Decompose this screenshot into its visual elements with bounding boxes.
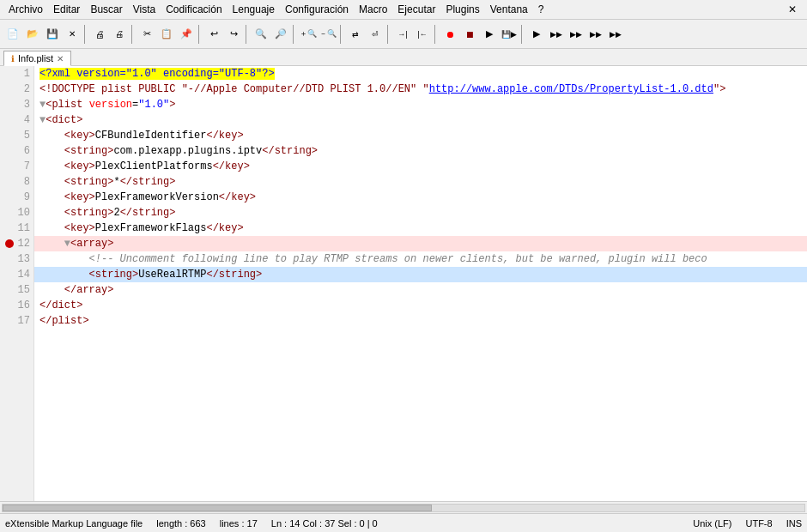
toolbar-zoom-out[interactable]: －🔍 xyxy=(319,25,337,44)
line-num-16: 16 xyxy=(3,298,30,313)
code-line-2[interactable]: <!DOCTYPE plist PUBLIC "-//Apple Compute… xyxy=(34,82,807,97)
line-num-3: 3 xyxy=(3,97,30,112)
line-num-12: 12 xyxy=(3,236,30,251)
file-lines: lines : 17 xyxy=(220,518,258,529)
toolbar-print2[interactable]: 🖨 xyxy=(110,25,129,44)
toolbar-new[interactable]: 📄 xyxy=(3,25,22,44)
code-line-17[interactable]: </plist> xyxy=(34,313,807,329)
toolbar-find[interactable]: 🔍 xyxy=(252,25,270,44)
toolbar-indent[interactable]: →| xyxy=(393,25,412,44)
gutter: 1 2 3 4 5 6 7 8 9 10 11 12 13 14 15 16 1… xyxy=(0,66,34,501)
toolbar-run5[interactable]: ▶▶ xyxy=(606,25,625,44)
toolbar-run[interactable]: ▶ xyxy=(527,25,546,44)
line-num-2: 2 xyxy=(3,82,30,97)
toolbar-close[interactable]: ✕ xyxy=(63,25,82,44)
statusbar: eXtensible Markup Language file length :… xyxy=(0,513,807,532)
ins-mode: INS xyxy=(786,518,802,529)
menu-lenguaje[interactable]: Lenguaje xyxy=(228,2,280,17)
code-line-11[interactable]: <key>PlexFrameworkFlags</key> xyxy=(34,221,807,236)
editor: 1 2 3 4 5 6 7 8 9 10 11 12 13 14 15 16 1… xyxy=(0,66,807,501)
line-num-15: 15 xyxy=(3,282,30,298)
menu-ejecutar[interactable]: Ejecutar xyxy=(392,2,440,17)
toolbar-paste[interactable]: 📌 xyxy=(177,25,196,44)
code-line-7[interactable]: <key>PlexClientPlatforms</key> xyxy=(34,159,807,174)
menu-vista[interactable]: Vista xyxy=(128,2,161,17)
doctype-tag: <!DOCTYPE plist PUBLIC "-//Apple Compute… xyxy=(39,83,429,95)
menu-configuracion[interactable]: Configuración xyxy=(280,2,354,17)
toolbar-run4[interactable]: ▶▶ xyxy=(586,25,605,44)
toolbar-cut[interactable]: ✂ xyxy=(137,25,156,44)
menu-help[interactable]: ? xyxy=(533,2,549,17)
line-num-17: 17 xyxy=(3,313,30,329)
toolbar-undo[interactable]: ↩ xyxy=(204,25,223,44)
encoding: UTF-8 xyxy=(745,518,772,529)
toolbar-macro-play[interactable]: ▶ xyxy=(480,25,499,44)
toolbar-run2[interactable]: ▶▶ xyxy=(547,25,566,44)
toolbar-unindent[interactable]: |← xyxy=(413,25,432,44)
line-num-13: 13 xyxy=(3,251,30,267)
menu-plugins[interactable]: Plugins xyxy=(440,2,484,17)
code-line-1[interactable]: <?xml version="1.0" encoding="UTF-8"?> xyxy=(34,66,807,82)
xml-decl: <?xml version="1.0" encoding="UTF-8"?> xyxy=(39,68,275,80)
code-line-12[interactable]: ▼<array> xyxy=(34,236,807,251)
line-num-8: 8 xyxy=(3,174,30,190)
toolbar-copy[interactable]: 📋 xyxy=(157,25,176,44)
tab-close-btn[interactable]: ✕ xyxy=(57,54,64,63)
line-num-14: 14 xyxy=(3,267,30,282)
code-line-8[interactable]: <string>*</string> xyxy=(34,174,807,190)
window-close[interactable]: ✕ xyxy=(781,2,804,17)
breakpoint-marker xyxy=(5,239,14,248)
toolbar-save[interactable]: 💾 xyxy=(43,25,62,44)
line-num-9: 9 xyxy=(3,190,30,205)
code-area[interactable]: <?xml version="1.0" encoding="UTF-8"?> <… xyxy=(34,66,807,501)
tab-icon: ℹ xyxy=(11,54,15,63)
menu-ventana[interactable]: Ventana xyxy=(485,2,533,17)
toolbar-zoom-in[interactable]: ＋🔍 xyxy=(299,25,318,44)
tab-infoplist[interactable]: ℹ Info.plist ✕ xyxy=(3,51,71,66)
toolbar-open[interactable]: 📂 xyxy=(23,25,42,44)
code-line-4[interactable]: ▼<dict> xyxy=(34,112,807,128)
toolbar-run3[interactable]: ▶▶ xyxy=(567,25,586,44)
code-line-3[interactable]: ▼<plist version="1.0"> xyxy=(34,97,807,112)
tabbar: ℹ Info.plist ✕ xyxy=(0,49,807,66)
hscroll-bar[interactable] xyxy=(0,501,807,513)
line-num-11: 11 xyxy=(3,221,30,236)
toolbar-redo[interactable]: ↪ xyxy=(224,25,243,44)
file-type: eXtensible Markup Language file xyxy=(5,518,143,529)
tab-label: Info.plist xyxy=(18,53,53,63)
code-line-6[interactable]: <string>com.plexapp.plugins.iptv</string… xyxy=(34,143,807,159)
code-line-13[interactable]: <!-- Uncomment following line to play RT… xyxy=(34,251,807,267)
cursor-position: Ln : 14 Col : 37 Sel : 0 | 0 xyxy=(271,518,378,529)
code-line-16[interactable]: </dict> xyxy=(34,298,807,313)
code-line-15[interactable]: </array> xyxy=(34,282,807,298)
menu-macro[interactable]: Macro xyxy=(354,2,392,17)
menu-codificacion[interactable]: Codificación xyxy=(161,2,227,17)
line-num-7: 7 xyxy=(3,159,30,174)
menu-editar[interactable]: Editar xyxy=(48,2,85,17)
line-num-1: 1 xyxy=(3,66,30,82)
code-line-5[interactable]: <key>CFBundleIdentifier</key> xyxy=(34,128,807,143)
toolbar-find-replace[interactable]: 🔎 xyxy=(271,25,290,44)
toolbar-wrap[interactable]: ⏎ xyxy=(366,25,385,44)
line-num-5: 5 xyxy=(3,128,30,143)
toolbar-macro-stop[interactable]: ⏹ xyxy=(460,25,479,44)
menu-buscar[interactable]: Buscar xyxy=(85,2,127,17)
line-num-4: 4 xyxy=(3,112,30,128)
menubar: Archivo Editar Buscar Vista Codificación… xyxy=(0,0,807,20)
code-line-14[interactable]: <string>UseRealRTMP</string> xyxy=(34,267,807,282)
code-line-9[interactable]: <key>PlexFrameworkVersion</key> xyxy=(34,190,807,205)
toolbar-print[interactable]: 🖨 xyxy=(90,25,109,44)
menu-archivo[interactable]: Archivo xyxy=(3,2,48,17)
file-length: length : 663 xyxy=(156,518,206,529)
line-num-6: 6 xyxy=(3,143,30,159)
toolbar-macro-rec[interactable]: ⏺ xyxy=(440,25,459,44)
toolbar: 📄 📂 💾 ✕ 🖨 🖨 ✂ 📋 📌 ↩ ↪ 🔍 🔎 ＋🔍 －🔍 ⇄ ⏎ →| |… xyxy=(0,20,807,49)
toolbar-macro-save[interactable]: 💾▶ xyxy=(500,25,519,44)
line-num-10: 10 xyxy=(3,205,30,221)
code-line-10[interactable]: <string>2</string> xyxy=(34,205,807,221)
eol-type: Unix (LF) xyxy=(693,518,731,529)
toolbar-sync[interactable]: ⇄ xyxy=(346,25,365,44)
